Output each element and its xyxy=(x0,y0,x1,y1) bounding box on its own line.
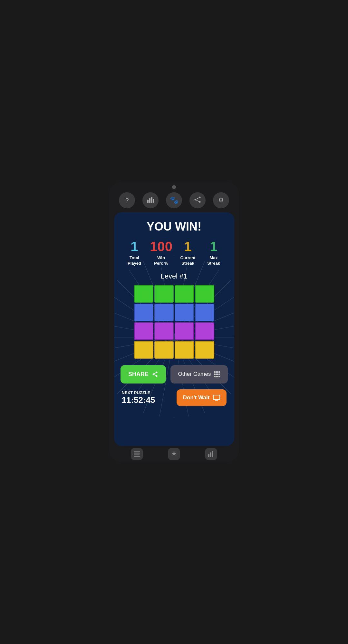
grid-cell xyxy=(154,285,174,303)
share-button-label: SHARE xyxy=(128,371,149,378)
settings-icon: ⚙ xyxy=(218,196,224,204)
share-button-icon xyxy=(152,371,158,377)
phone-frame: ? 🐾 xyxy=(109,182,239,462)
svg-rect-3 xyxy=(153,199,154,203)
level-label: Level #1 xyxy=(160,272,187,280)
grid-cell xyxy=(175,285,194,303)
other-games-label: Other Games xyxy=(178,371,211,377)
top-nav: ? 🐾 xyxy=(109,191,239,212)
share-nav-button[interactable] xyxy=(189,192,206,208)
grid-cell xyxy=(195,341,214,359)
svg-rect-37 xyxy=(210,452,211,457)
next-puzzle-label: NEXT PUZZLE xyxy=(122,390,150,395)
action-buttons: SHARE Other Games xyxy=(121,365,228,384)
grid-cell xyxy=(175,322,194,340)
share-nav-icon xyxy=(194,196,201,205)
stats-icon xyxy=(147,196,154,204)
grid-cell xyxy=(195,322,214,340)
next-puzzle-timer: 11:52:45 xyxy=(122,395,155,405)
svg-rect-35 xyxy=(134,456,140,457)
grid-cell xyxy=(134,285,153,303)
grid-cell xyxy=(154,304,174,321)
help-icon: ? xyxy=(125,197,129,204)
share-button[interactable]: SHARE xyxy=(121,365,166,384)
svg-rect-36 xyxy=(208,454,209,457)
bottom-icon-1 xyxy=(131,448,143,460)
grid-cell xyxy=(154,341,174,359)
stat-total-played: 1 TotalPlayed xyxy=(121,239,147,266)
svg-rect-34 xyxy=(134,454,140,455)
stat-max-streak: 1 MaxStreak xyxy=(201,239,227,266)
svg-point-6 xyxy=(199,201,201,203)
current-streak-value: 1 xyxy=(184,239,191,254)
svg-rect-30 xyxy=(213,395,220,400)
svg-point-25 xyxy=(156,372,157,373)
brain-icon: 🐾 xyxy=(170,196,179,204)
grid-cell xyxy=(134,304,153,321)
svg-line-28 xyxy=(154,375,156,376)
status-bar xyxy=(109,182,239,191)
settings-button[interactable]: ⚙ xyxy=(213,192,229,208)
next-puzzle-row: NEXT PUZZLE 11:52:45 Don't Wait xyxy=(121,389,228,406)
theme-button[interactable]: 🐾 xyxy=(166,192,182,208)
current-streak-label: CurrentStreak xyxy=(180,255,196,266)
grid-cell xyxy=(134,322,153,340)
status-dot xyxy=(172,185,176,189)
stat-win-perc: 100 WinPerc % xyxy=(147,239,175,266)
stat-current-streak: 1 CurrentStreak xyxy=(175,239,201,266)
bottom-nav-icon-3 xyxy=(208,451,214,457)
svg-rect-0 xyxy=(147,200,149,203)
svg-rect-38 xyxy=(212,451,213,457)
next-puzzle-info: NEXT PUZZLE 11:52:45 xyxy=(122,390,155,405)
dont-wait-label: Don't Wait xyxy=(183,394,210,401)
grid-cell xyxy=(195,304,214,321)
grid-cell xyxy=(175,341,194,359)
svg-rect-1 xyxy=(149,198,150,203)
svg-point-5 xyxy=(195,199,196,200)
bottom-icon-2 xyxy=(168,448,180,460)
svg-line-29 xyxy=(154,373,156,374)
total-played-label: TotalPlayed xyxy=(128,255,141,266)
svg-line-8 xyxy=(196,200,199,202)
other-games-button[interactable]: Other Games xyxy=(170,365,227,384)
bottom-nav-icon-2 xyxy=(171,451,177,457)
bottom-nav-icon-1 xyxy=(134,451,140,457)
dont-wait-icon xyxy=(213,395,220,401)
win-perc-value: 100 xyxy=(150,239,172,254)
total-played-value: 1 xyxy=(130,239,138,254)
max-streak-label: MaxStreak xyxy=(207,255,220,266)
other-games-icon xyxy=(214,371,220,377)
svg-rect-2 xyxy=(151,197,152,203)
bottom-icon-3 xyxy=(205,448,217,460)
bottom-bar xyxy=(109,446,239,462)
grid-cell xyxy=(134,341,153,359)
grid-cell xyxy=(175,304,194,321)
color-grid xyxy=(134,285,214,359)
grid-cell xyxy=(195,285,214,303)
svg-point-4 xyxy=(199,196,201,198)
help-button[interactable]: ? xyxy=(119,192,135,208)
win-perc-label: WinPerc % xyxy=(154,255,168,266)
dont-wait-button[interactable]: Don't Wait xyxy=(177,389,227,406)
svg-point-27 xyxy=(156,375,157,377)
max-streak-value: 1 xyxy=(210,239,217,254)
svg-point-26 xyxy=(152,374,154,375)
stats-button[interactable] xyxy=(142,192,159,208)
stats-row: 1 TotalPlayed 100 WinPerc % 1 CurrentStr… xyxy=(121,239,228,266)
grid-cell xyxy=(154,322,174,340)
svg-rect-33 xyxy=(134,451,140,452)
win-card: YOU WIN! 1 TotalPlayed 100 WinPerc % 1 C… xyxy=(114,212,234,446)
svg-line-7 xyxy=(196,198,199,199)
win-title: YOU WIN! xyxy=(147,220,201,233)
